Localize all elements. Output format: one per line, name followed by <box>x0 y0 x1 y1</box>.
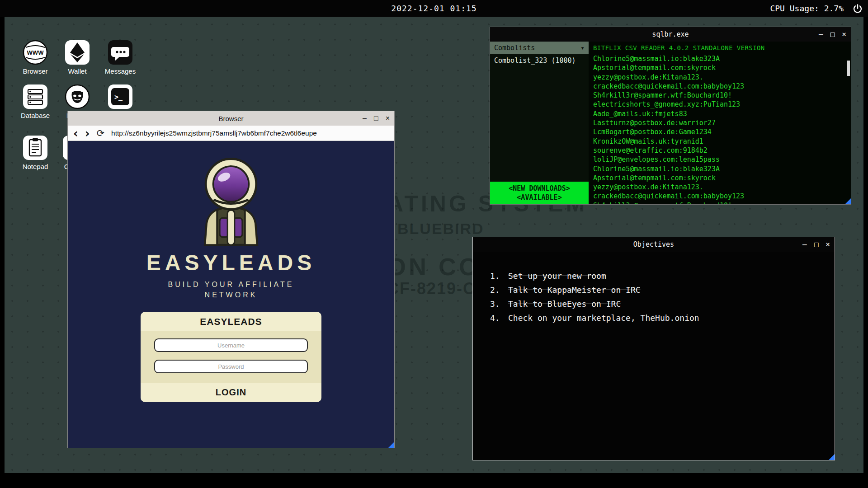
objectives-window: Objectives – □ × 1. Set up your new room… <box>472 237 835 460</box>
objective-text: Talk to KappaMeister on IRC <box>508 283 641 297</box>
window-title: Browser <box>68 115 394 122</box>
objective-item: 2. Talk to KappaMeister on IRC <box>490 283 822 297</box>
back-button[interactable]: ‹ <box>73 127 78 140</box>
browser-page: EASYLEADS BUILD YOUR AFFILIATE NETWORK E… <box>68 141 394 448</box>
terminal-icon: >_ <box>108 84 133 109</box>
database-icon <box>23 84 48 109</box>
power-icon[interactable] <box>853 4 863 14</box>
objective-text: Set up your new room <box>508 269 606 283</box>
objectives-titlebar[interactable]: Objectives – □ × <box>473 237 835 252</box>
refresh-button[interactable]: ⟳ <box>96 127 104 140</box>
objective-item: 3. Talk to BlueEyes on IRC <box>490 297 822 311</box>
forward-button[interactable]: › <box>85 127 90 140</box>
credential-row: Sh4rkill3r@spammer.wtf:Bouchard10! <box>593 201 851 204</box>
hacker-mask-icon <box>65 84 90 109</box>
ethereum-icon <box>65 40 90 65</box>
dropdown-label: Combolists <box>494 44 535 52</box>
credential-row: KronikzOW@mails.uk:tyranid1 <box>593 137 851 146</box>
tagline-line1: BUILD YOUR AFFILIATE <box>168 279 294 290</box>
site-brand: EASYLEADS <box>146 250 316 275</box>
login-card-title: EASYLEADS <box>141 312 321 331</box>
desktop-icon-database[interactable]: Database <box>15 84 56 119</box>
window-title: sqlbr.exe <box>490 30 851 38</box>
desktop-icon-terminal[interactable]: >_ <box>100 84 141 112</box>
desktop-icon-browser[interactable]: WWW Browser <box>15 40 56 75</box>
objective-number: 1. <box>490 269 508 283</box>
scrollbar-thumb[interactable] <box>847 61 850 76</box>
icon-label: Browser <box>23 67 47 75</box>
desktop-icon-wallet[interactable]: Wallet <box>57 40 98 75</box>
icon-label: Wallet <box>68 67 86 75</box>
objective-number: 2. <box>490 283 508 297</box>
maximize-button[interactable]: □ <box>374 115 378 122</box>
username-field[interactable] <box>154 338 308 352</box>
top-status-bar: 2022-12-01 01:15 CPU Usage: 2.7% <box>0 0 868 17</box>
os-watermark-line: BLUEBIRD <box>397 220 484 238</box>
login-button[interactable]: LOGIN <box>141 383 321 402</box>
resize-handle[interactable] <box>845 198 851 204</box>
svg-text:>_: >_ <box>114 93 123 101</box>
close-button[interactable]: × <box>386 115 390 122</box>
credential-row: Apstorial@tempmail.com:skyrock <box>593 174 851 183</box>
tagline-line2: NETWORK <box>168 290 294 300</box>
credential-row: Lastturnz@postbox.de:warrior27 <box>593 118 851 127</box>
cpu-usage: CPU Usage: 2.7% <box>770 4 844 13</box>
objective-text: Talk to BlueEyes on IRC <box>508 297 621 311</box>
browser-titlebar[interactable]: Browser – □ × <box>68 111 394 126</box>
desktop-icon-notepad[interactable]: Notepad <box>15 135 56 170</box>
combolist-item[interactable]: Combolist_323 (1000) <box>490 54 589 65</box>
objective-number: 3. <box>490 297 508 311</box>
icon-label: Database <box>21 112 50 119</box>
credential-row: Apstorial@tempmail.com:skyrock <box>593 63 851 72</box>
objective-number: 4. <box>490 311 508 325</box>
maximize-button[interactable]: □ <box>814 241 819 248</box>
icon-label: Notepad <box>23 163 48 170</box>
combolist-panel: Combolists ▾ Combolist_323 (1000) <NEW D… <box>490 42 589 204</box>
objectives-list: 1. Set up your new room 2. Talk to Kappa… <box>473 252 835 325</box>
credential-row: loliJP@envelopes.com:lena15pass <box>593 155 851 164</box>
svg-text:WWW: WWW <box>27 49 44 56</box>
password-field[interactable] <box>154 360 308 373</box>
credential-row: sourenve@etraffic.com:9184b2 <box>593 146 851 155</box>
credential-row: yezzy@postbox.de:Kitana123. <box>593 183 851 192</box>
credential-row: LcmBogart@postbox.de:Game1234 <box>593 127 851 136</box>
objective-item: 1. Set up your new room <box>490 269 822 283</box>
browser-window: Browser – □ × ‹ › ⟳ http://sz6nbyyrilejs… <box>67 111 395 448</box>
credential-row: crackedbacc@quickemail.com:babyboy123 <box>593 192 851 201</box>
credential-row: Sh4rkill3r@spammer.wtf:Bouchard10! <box>593 91 851 100</box>
credential-row: electricshorts_@gnomed.xyz:PuTian123 <box>593 100 851 109</box>
close-button[interactable]: × <box>842 31 846 38</box>
minimize-button[interactable]: – <box>363 115 367 122</box>
combolists-dropdown[interactable]: Combolists ▾ <box>490 42 589 54</box>
desktop-icon-messages[interactable]: Messages <box>100 40 141 75</box>
close-button[interactable]: × <box>826 241 830 248</box>
chat-bubble-icon <box>108 40 133 65</box>
resize-handle[interactable] <box>388 442 394 448</box>
chevron-down-icon: ▾ <box>580 44 585 52</box>
credential-row: Aade_@mails.uk:fmjets83 <box>593 109 851 118</box>
resize-handle[interactable] <box>829 454 835 460</box>
icon-label: Messages <box>105 67 136 75</box>
minimize-button[interactable]: – <box>802 241 807 248</box>
notepad-icon <box>23 135 48 160</box>
easyleads-logo <box>183 153 279 246</box>
minimize-button[interactable]: – <box>819 31 823 38</box>
sqlbr-content: Combolists ▾ Combolist_323 (1000) <NEW D… <box>490 42 851 204</box>
desktop: ATING SYSTEM BLUEBIRD ON CON CF-8219-OF … <box>5 17 863 473</box>
url-bar[interactable]: http://sz6nbyyrilejs25wmzjstbmrj75amsllj… <box>111 129 389 137</box>
new-downloads-button[interactable]: <NEW DOWNLOADS> <AVAILABLE> <box>490 182 589 204</box>
credential-row: Chlorine5@massmail.io:blake323A <box>593 54 851 63</box>
sqlbr-titlebar[interactable]: sqlbr.exe – □ × <box>490 27 851 42</box>
credential-row: crackedbacc@quickemail.com:babyboy123 <box>593 82 851 91</box>
window-title: Objectives <box>473 240 835 249</box>
sqlbr-window: sqlbr.exe – □ × Combolists ▾ Combolist_3… <box>490 27 851 205</box>
clock: 2022-12-01 01:15 <box>0 0 868 17</box>
site-tagline: BUILD YOUR AFFILIATE NETWORK <box>168 279 294 300</box>
maximize-button[interactable]: □ <box>830 31 835 38</box>
login-card: EASYLEADS LOGIN <box>141 312 321 402</box>
objective-text: Check on your marketplace, TheHub.onion <box>508 311 699 325</box>
objective-item: 4. Check on your marketplace, TheHub.oni… <box>490 311 822 325</box>
download-label-line2: <AVAILABLE> <box>517 193 561 202</box>
credential-row: yezzy@postbox.de:Kitana123. <box>593 73 851 82</box>
credentials-list: BITFLIX CSV READER 4.0.2 STANDALONE VERS… <box>589 42 851 204</box>
